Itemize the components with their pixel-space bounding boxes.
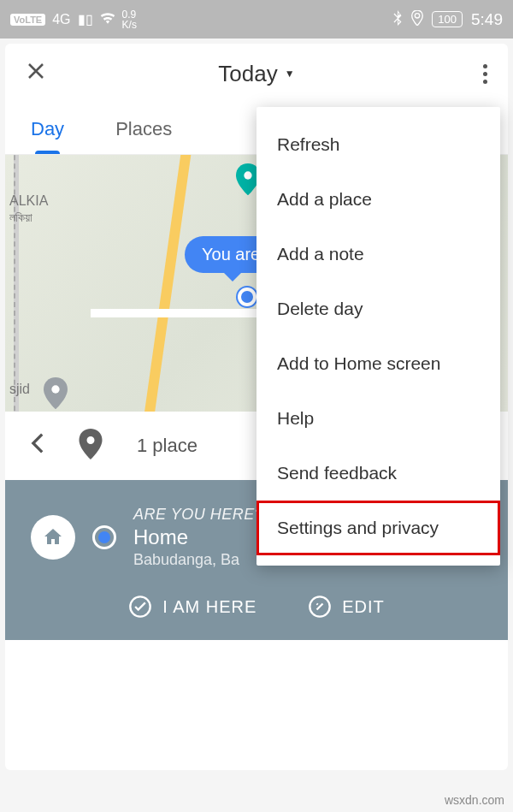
status-left: VoLTE 4G ▮▯ 0.9 K/s <box>10 9 137 30</box>
map-marker-gray[interactable] <box>44 377 68 408</box>
map-label-sjid: sjid <box>9 382 30 397</box>
map-label-alkia-sub: লকিয়া <box>9 210 32 225</box>
signal-label: 4G <box>52 12 70 27</box>
speed-indicator: 0.9 K/s <box>122 9 137 30</box>
radio-selected[interactable] <box>92 525 116 549</box>
bluetooth-icon <box>392 10 403 29</box>
dropdown-arrow-icon: ▼ <box>285 68 295 80</box>
chevron-left-button[interactable] <box>31 432 44 460</box>
tab-places[interactable]: Places <box>90 104 198 154</box>
menu-help[interactable]: Help <box>256 391 500 446</box>
svg-point-1 <box>51 385 59 393</box>
here-place-sub: Babudanga, Ba <box>133 551 263 569</box>
place-marker-icon <box>79 429 103 463</box>
i-am-here-label: I AM HERE <box>162 597 256 617</box>
here-place-name: Home <box>133 525 263 549</box>
action-row: I AM HERE EDIT <box>31 595 482 619</box>
home-circle-icon[interactable] <box>31 515 75 560</box>
menu-refresh[interactable]: Refresh <box>256 117 500 172</box>
edit-label: EDIT <box>342 597 385 617</box>
menu-send-feedback[interactable]: Send feedback <box>256 446 500 501</box>
menu-delete-day[interactable]: Delete day <box>256 282 500 336</box>
volte-badge: VoLTE <box>10 14 45 26</box>
overflow-menu: Refresh Add a place Add a note Delete da… <box>256 107 500 566</box>
edit-button[interactable]: EDIT <box>308 595 385 619</box>
current-location-dot[interactable] <box>238 287 256 306</box>
app-header: Today ▼ <box>5 44 508 104</box>
here-text-block: ARE YOU HERE? Home Babudanga, Ba <box>133 506 263 569</box>
status-right: 100 5:49 <box>392 10 503 29</box>
here-question: ARE YOU HERE? <box>133 506 263 524</box>
wifi-icon <box>100 12 115 27</box>
header-title-dropdown[interactable]: Today ▼ <box>218 61 294 87</box>
menu-add-home-screen[interactable]: Add to Home screen <box>256 336 500 391</box>
menu-settings-privacy[interactable]: Settings and privacy <box>256 501 500 555</box>
tab-day[interactable]: Day <box>5 104 90 154</box>
header-title-text: Today <box>218 61 277 87</box>
close-button[interactable] <box>26 60 46 87</box>
clock: 5:49 <box>471 10 503 29</box>
signal-icon: ▮▯ <box>78 11 93 27</box>
map-label-alkia: ALKIA <box>9 193 48 209</box>
watermark: wsxdn.com <box>445 793 504 807</box>
i-am-here-button[interactable]: I AM HERE <box>128 595 256 619</box>
place-count-text: 1 place <box>137 435 198 457</box>
location-icon <box>411 10 423 29</box>
menu-add-note[interactable]: Add a note <box>256 227 500 282</box>
status-bar: VoLTE 4G ▮▯ 0.9 K/s 100 5:49 <box>0 0 513 39</box>
svg-point-0 <box>244 171 251 179</box>
battery-indicator: 100 <box>432 11 463 27</box>
menu-add-place[interactable]: Add a place <box>256 172 500 227</box>
more-options-button[interactable] <box>483 64 487 84</box>
